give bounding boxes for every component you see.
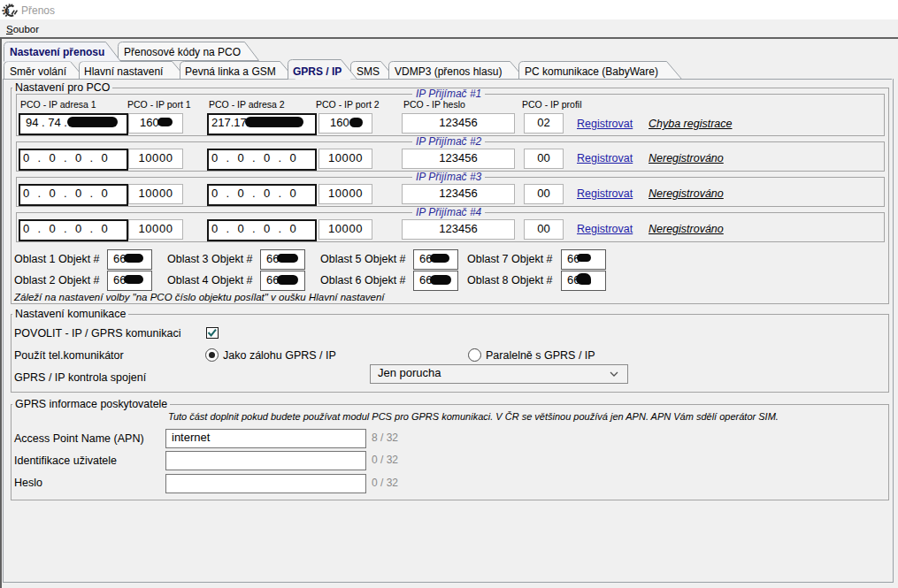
svg-text:SMS: SMS xyxy=(357,65,380,78)
svg-text:Směr volání: Směr volání xyxy=(10,65,67,78)
svg-text:Přenosové kódy na PCO: Přenosové kódy na PCO xyxy=(124,46,241,58)
svg-text:VDMP3 (přenos hlasu): VDMP3 (přenos hlasu) xyxy=(395,65,502,78)
svg-text:GPRS / IP: GPRS / IP xyxy=(293,65,342,78)
svg-text:Nastavení přenosu: Nastavení přenosu xyxy=(10,46,104,58)
svg-text:PC komunikace (BabyWare): PC komunikace (BabyWare) xyxy=(525,65,658,78)
svg-text:Pevná linka a GSM: Pevná linka a GSM xyxy=(185,65,276,78)
svg-text:B: B xyxy=(4,7,10,15)
svg-text:Hlavní nastavení: Hlavní nastavení xyxy=(84,65,164,78)
